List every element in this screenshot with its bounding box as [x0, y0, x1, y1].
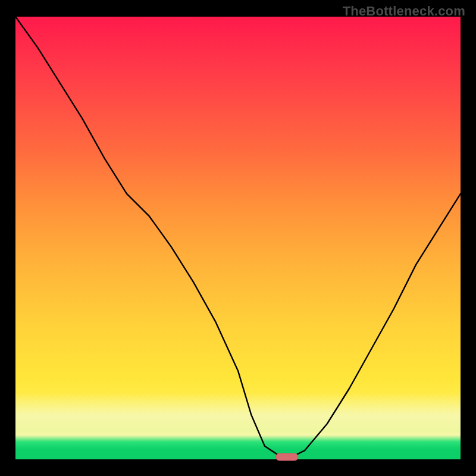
bottleneck-curve [15, 17, 461, 459]
optimal-marker [276, 453, 298, 461]
app-frame: TheBottleneck.com [0, 0, 476, 476]
chart-svg [15, 17, 461, 459]
chart-area [15, 17, 461, 459]
watermark-text: TheBottleneck.com [343, 4, 465, 19]
